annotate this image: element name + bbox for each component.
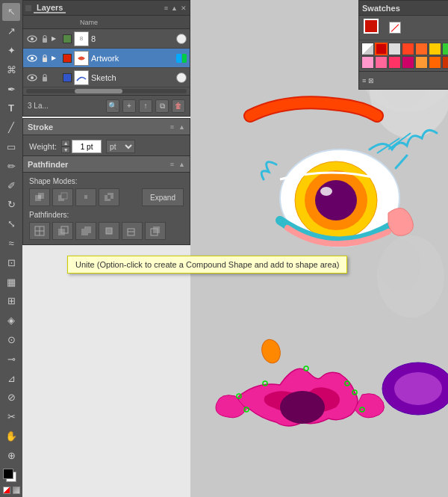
pencil-tool[interactable]: ✐ [2,176,20,194]
shape-tool[interactable]: ▭ [2,138,20,156]
panel-collapse-icon[interactable]: ▲ [171,4,178,12]
warp-tool[interactable]: ≈ [2,235,20,253]
pathfinder-collapse-btn[interactable]: ▲ [178,161,185,168]
swatch-item[interactable] [429,43,441,55]
duplicate-layer-btn[interactable]: ⧉ [155,99,169,113]
gradient-swatch[interactable] [13,487,20,494]
layer-indicator-8 [176,34,187,44]
intersect-btn[interactable] [75,188,96,206]
svg-point-29 [31,76,34,79]
paintbrush-tool[interactable]: ✏ [2,157,20,175]
layer-row-8[interactable]: ▶ 8 8 [23,29,190,49]
gradient-tool[interactable]: ▦ [2,273,20,291]
visibility-eye-8[interactable] [26,33,38,45]
blue-part [176,54,181,63]
swatch-item[interactable] [375,56,388,69]
layer-thumb-artwork [74,51,89,66]
svg-rect-27 [43,58,47,62]
measure-tool[interactable]: ⊸ [2,350,20,368]
slice-tool[interactable]: ⊿ [2,369,20,387]
stroke-weight-input[interactable] [72,140,102,153]
lock-artwork[interactable] [40,54,49,63]
panel-close-icon[interactable]: ✕ [181,4,187,12]
visibility-eye-artwork[interactable] [26,52,38,64]
none-color[interactable] [3,487,10,494]
eraser-tool[interactable]: ⊘ [2,389,20,407]
swatch-selected[interactable] [375,43,388,55]
direct-selection-tool[interactable]: ↗ [2,22,20,40]
pathfinder-panel: Pathfinder ≡ ▲ Shape Modes: [22,155,190,245]
hand-tool[interactable]: ✋ [2,427,20,445]
blend-tool[interactable]: ◈ [2,312,20,330]
no-fill-icon[interactable] [389,22,401,34]
trim-btn[interactable] [52,222,73,240]
swatch-item[interactable] [415,43,428,55]
weight-up-btn[interactable]: ▲ [61,140,70,146]
swatch-item[interactable] [442,56,448,69]
scroll-thumb[interactable] [75,89,123,93]
unite-btn[interactable] [29,188,50,206]
swatch-none[interactable] [361,43,374,55]
minus-back-btn[interactable] [145,222,166,240]
visibility-eye-sketch[interactable] [26,72,38,84]
pen-tool[interactable]: ✒ [2,80,20,98]
weight-down-btn[interactable]: ▼ [61,146,70,153]
mesh-tool[interactable]: ⊞ [2,292,20,310]
delete-layer-btn[interactable]: 🗑 [172,99,185,113]
stroke-unit-select[interactable]: pt px mm [106,140,135,153]
layer-row-artwork[interactable]: ▶ Artwork [23,49,190,68]
line-tool[interactable]: ╱ [2,119,20,137]
lasso-tool[interactable]: ⌘ [2,61,20,78]
swatch-item[interactable] [429,56,441,69]
crop-btn[interactable] [99,222,119,240]
divide-btn[interactable] [29,222,50,240]
eyedropper-tool[interactable]: ⊙ [2,331,20,349]
swatch-item[interactable] [388,43,401,55]
minus-front-btn[interactable] [52,188,73,206]
free-transform-tool[interactable]: ⊡ [2,253,20,271]
layers-scrollbar[interactable] [26,89,187,93]
swatch-item[interactable] [361,56,374,69]
panel-menu-icon[interactable]: ≡ [164,4,168,12]
scissors-tool[interactable]: ✂ [2,408,20,426]
swatches-link-btn[interactable]: ⊠ [368,77,374,84]
fg-color-box[interactable] [3,469,13,479]
swatch-item[interactable] [442,43,448,55]
layer-row-sketch[interactable]: Sketch [23,68,190,87]
foreground-color-swatch[interactable] [364,19,379,34]
type-tool[interactable]: T [2,99,20,117]
exclude-btn[interactable] [99,188,119,206]
panel-drag-left[interactable] [25,5,31,11]
swatch-item[interactable] [415,56,428,69]
stroke-panel-header: Stroke ≡ ▲ [23,119,190,135]
move-layer-btn[interactable]: ↑ [139,99,152,113]
search-layers-btn[interactable]: 🔍 [106,99,119,113]
swatches-grid [361,43,448,55]
lock-sketch[interactable] [40,73,49,82]
expand-arrow-artwork[interactable]: ▶ [52,55,60,61]
expand-button[interactable]: Expand [142,188,184,206]
merge-btn[interactable] [75,222,96,240]
svg-point-8 [320,187,332,196]
swatches-tab[interactable]: Swatches [362,4,400,13]
new-layer-btn[interactable]: + [122,99,136,113]
stroke-collapse-btn[interactable]: ▲ [178,123,185,131]
stroke-menu-btn[interactable]: ≡ [170,123,174,131]
fg-bg-proxy[interactable] [364,19,386,37]
lock-8[interactable] [40,34,49,43]
swatch-item[interactable] [388,56,401,69]
outline-btn[interactable] [122,222,143,240]
zoom-tool[interactable]: ⊕ [2,446,20,464]
rotate-tool[interactable]: ↻ [2,196,20,214]
scale-tool[interactable]: ⤡ [2,215,20,233]
pathfinder-menu-btn[interactable]: ≡ [170,161,174,168]
expand-arrow-8[interactable]: ▶ [52,35,60,42]
magic-wand-tool[interactable]: ✦ [2,42,20,60]
layers-tab[interactable]: Layers [34,3,66,13]
svg-rect-30 [43,77,47,81]
swatch-item[interactable] [402,43,414,55]
selection-tool[interactable]: ↖ [2,3,20,21]
swatches-show-all-btn[interactable]: ≡ [362,77,366,84]
swatch-item[interactable] [402,56,414,69]
layer-count-text: 3 La... [28,102,103,110]
